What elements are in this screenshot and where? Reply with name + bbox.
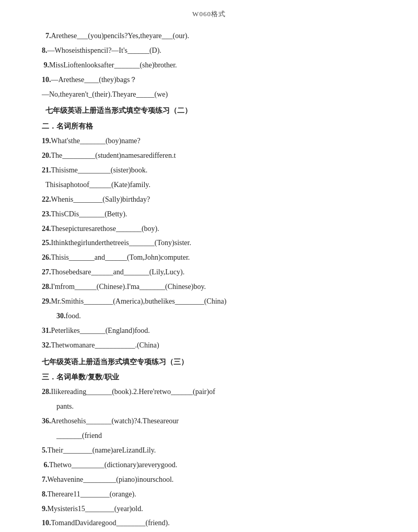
- content-line-l23: 七年级英语上册适当形式填空专项练习（三）: [42, 355, 387, 369]
- content-line-l3: 9.MissLioftenlooksafter_______(she)broth…: [42, 59, 387, 72]
- page-header: W060格式: [0, 0, 418, 24]
- content-line-l13: 23.ThisCDis_______(Betty).: [42, 207, 387, 221]
- content-line-l33: 9.Mysisteris15________(year)old.: [42, 502, 387, 516]
- content-line-l30: 6.Thetwo_________(dictionary)areverygood…: [42, 458, 387, 472]
- content-line-l5: —No,theyaren't_(their).Theyare_____(we): [42, 88, 387, 101]
- content-line-l29: 5.Their________(name)areLizandLily.: [42, 444, 387, 457]
- content-line-l14: 24.Thesepicturesarethose_______(boy).: [42, 222, 387, 236]
- content-line-l34: 10.TomandDavidaregood________(friend).: [42, 516, 387, 530]
- content-line-l9: 20.The_________(student)namesaredifferen…: [42, 149, 387, 163]
- content-line-l26: pants.: [42, 400, 387, 413]
- content-line-l18: 28.I'mfrom______(Chinese).I'ma_______(Ch…: [42, 280, 387, 294]
- main-content: 7.Arethese___(you)pencils?Yes,theyare___…: [0, 24, 418, 532]
- content-line-l7: 二．名词所有格: [42, 120, 387, 133]
- content-line-l27: 36.Arethosehis_______(watch)?4.Theseareo…: [42, 414, 387, 428]
- content-line-l11: Thisisaphotoof______(Kate)family.: [42, 178, 387, 192]
- content-line-l4: 10.—Arethese____(they)bags？: [42, 73, 387, 87]
- content-line-l15: 25.Ithinkthegirlunderthetreeis_______(To…: [42, 236, 387, 250]
- content-line-l17: 27.Thosebedsare______and_______(Lily,Luc…: [42, 265, 387, 279]
- content-line-l1: 7.Arethese___(you)pencils?Yes,theyare___…: [42, 29, 387, 43]
- content-line-l32: 8.Thereare11________(orange).: [42, 488, 387, 501]
- content-line-l21: 31.Peterlikes_______(England)food.: [42, 324, 387, 338]
- content-line-l25: 28.Ilikereading_______(book).2.Here'retw…: [42, 385, 387, 399]
- content-line-l24: 三．名词单数/复数/职业: [42, 371, 387, 384]
- content-line-l28: _______(friend: [42, 429, 387, 443]
- content-line-l8: 19.What'sthe_______(boy)name?: [42, 134, 387, 148]
- content-line-l10: 21.Thisisme_________(sister)book.: [42, 164, 387, 177]
- content-line-l2: 8.—Whoseisthispencil?—It's______(D).: [42, 44, 387, 57]
- content-line-l6: 七年级英语上册适当形式填空专项练习（二）: [42, 104, 387, 118]
- content-line-l20: 30.food.: [42, 309, 387, 323]
- content-line-l16: 26.Thisis_______and______(Tom,John)compu…: [42, 251, 387, 264]
- content-line-l22: 32.Thetwomanare___________.(China): [42, 339, 387, 352]
- page-title: W060格式: [192, 10, 226, 18]
- content-line-l19: 29.Mr.Smithis________(America),buthelike…: [42, 295, 387, 308]
- content-line-l31: 7.Wehavenine_________(piano)inourschool.: [42, 473, 387, 487]
- content-line-l12: 22.Whenis________(Sally)birthday?: [42, 193, 387, 206]
